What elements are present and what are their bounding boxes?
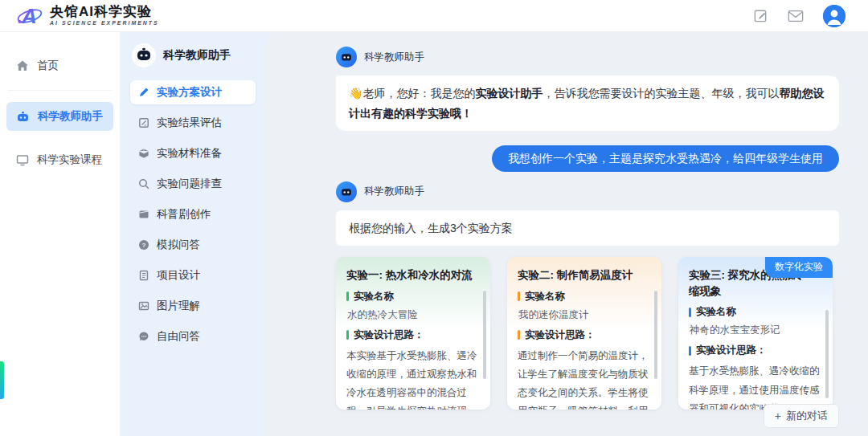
plan-card-3[interactable]: 数字化实验 实验三: 探究水的热胀冷缩现象 实验名称 神奇的水宝宝变形记 实验设… [678, 257, 833, 410]
plan-title: 实验二: 制作简易温度计 [518, 267, 651, 283]
menu-item-free-qa[interactable]: 自由问答 [130, 324, 256, 348]
menu-item-label: 实验问题排查 [157, 177, 222, 191]
plan-name: 神奇的水宝宝变形记 [690, 324, 822, 337]
search-icon [138, 178, 149, 189]
experiment-plan-cards: 实验一: 热水和冷水的对流 实验名称 水的热冷大冒险 实验设计思路： 本实验基于… [336, 257, 839, 410]
greeting-text: 老师，您好：我是您的 [362, 87, 475, 100]
user-message-bubble: 我想创作一个实验，主题是探究水受热遇冷，给四年级学生使用 [492, 145, 839, 172]
robot-icon [16, 111, 30, 123]
svg-text:A: A [21, 4, 37, 28]
card-scrollbar[interactable] [483, 291, 486, 379]
body-row: 首页 科学教师助手 [0, 32, 868, 436]
plan-name-label-row: 实验名称 [518, 290, 651, 304]
sidebar-item-label: 科学实验课程 [37, 153, 102, 167]
bot-message-header: 科学教师助手 [336, 47, 839, 67]
menu-item-simulated-qa[interactable]: ? 模拟问答 [130, 233, 256, 257]
home-icon [16, 59, 29, 72]
box-icon [138, 148, 149, 159]
plan-idea: 基于水受热膨胀、遇冷收缩的科学原理，通过使用温度传感器和可视化的实验装置，引导学… [689, 362, 822, 410]
plan-card-1[interactable]: 实验一: 热水和冷水的对流 实验名称 水的热冷大冒险 实验设计思路： 本实验基于… [336, 257, 490, 410]
bot-name: 科学教师助手 [364, 185, 424, 198]
mail-icon[interactable] [788, 8, 804, 24]
film-icon [138, 209, 149, 220]
edge-drawer-handle[interactable] [0, 361, 4, 399]
assistant-sidebar-title: 科学教师助手 [163, 48, 231, 63]
accent-bar [518, 291, 520, 301]
accent-bar [689, 346, 691, 356]
svg-text:?: ? [142, 242, 146, 249]
plan-name-label-row: 实验名称 [689, 305, 822, 319]
greeting-text: ，告诉我您需要设计的实验主题、年级，我可以 [542, 87, 779, 100]
menu-item-label: 实验方案设计 [157, 85, 222, 100]
card-scrollbar[interactable] [654, 291, 657, 379]
plan-idea: 本实验基于水受热膨胀、遇冷收缩的原理，通过观察热水和冷水在透明容器中的混合过程，… [346, 347, 480, 410]
user-message-row: 我想创作一个实验，主题是探究水受热遇冷，给四年级学生使用 [336, 145, 839, 172]
logo-mark-icon: A [16, 4, 43, 28]
plan-name: 水的热冷大冒险 [347, 308, 480, 322]
sidebar-item-teacher-assistant[interactable]: 科学教师助手 [6, 102, 113, 131]
accent-bar [346, 330, 349, 340]
menu-item-troubleshooting[interactable]: 实验问题排查 [130, 172, 256, 196]
new-chat-label: 新的对话 [786, 409, 828, 423]
sidebar-item-label: 科学教师助手 [38, 109, 103, 124]
menu-item-label: 项目设计 [157, 268, 200, 283]
app-title: 央馆AI科学实验 [50, 5, 159, 18]
plan-name-label: 实验名称 [354, 290, 394, 304]
bot-message-header: 科学教师助手 [336, 181, 839, 202]
bot-name: 科学教师助手 [364, 51, 424, 64]
bot-avatar [336, 181, 357, 202]
image-icon [138, 300, 149, 312]
user-avatar[interactable] [823, 5, 845, 27]
plan-idea-label: 实验设计思路： [525, 328, 596, 342]
course-icon [16, 154, 29, 166]
sidebar-item-courses[interactable]: 科学实验课程 [6, 145, 113, 174]
menu-item-project-design[interactable]: 项目设计 [130, 263, 256, 287]
sidebar-item-home[interactable]: 首页 [6, 51, 113, 80]
sidebar-divider [8, 90, 112, 91]
plan-card-2[interactable]: 实验二: 制作简易温度计 实验名称 我的迷你温度计 实验设计思路： 通过制作一个… [507, 257, 661, 410]
new-chat-button[interactable]: + 新的对话 [764, 404, 839, 428]
plan-name-label-row: 实验名称 [346, 290, 480, 304]
menu-item-label: 模拟问答 [157, 238, 200, 252]
compose-icon[interactable] [752, 8, 768, 24]
menu-item-result-evaluation[interactable]: 实验结果评估 [130, 111, 256, 135]
digital-experiment-badge: 数字化实验 [765, 257, 833, 278]
assistant-sidebar-header: 科学教师助手 [132, 43, 256, 67]
assistant-avatar [132, 43, 156, 67]
primary-sidebar: 首页 科学教师助手 [0, 32, 121, 436]
bot-avatar [336, 47, 357, 67]
header-actions [752, 5, 845, 27]
plan-idea-label: 实验设计思路： [354, 328, 424, 342]
menu-item-label: 科普剧创作 [157, 207, 211, 222]
menu-item-label: 图片理解 [157, 299, 200, 313]
menu-item-label: 实验结果评估 [157, 116, 222, 130]
menu-item-material-preparation[interactable]: 实验材料准备 [130, 141, 256, 165]
app-logo: A 央馆AI科学实验 AI SCIENCE EXPERIMENTS [16, 4, 159, 28]
question-icon: ? [138, 239, 149, 251]
accent-bar [518, 330, 520, 340]
plan-idea-label-row: 实验设计思路： [689, 344, 822, 357]
chat-panel: 科学教师助手 👋老师，您好：我是您的实验设计助手，告诉我您需要设计的实验主题、年… [265, 32, 868, 436]
card-scrollbar[interactable] [825, 310, 829, 398]
plan-idea: 通过制作一个简易的温度计，让学生了解温度变化与物质状态变化之间的关系。学生将使用… [518, 347, 651, 410]
bot-greeting-bubble: 👋老师，您好：我是您的实验设计助手，告诉我您需要设计的实验主题、年级，我可以帮助… [336, 75, 839, 131]
top-header: A 央馆AI科学实验 AI SCIENCE EXPERIMENTS [0, 0, 868, 32]
plan-name-label: 实验名称 [525, 290, 565, 304]
app-subtitle: AI SCIENCE EXPERIMENTS [50, 21, 159, 26]
wave-emoji: 👋 [349, 87, 362, 100]
plan-name: 我的迷你温度计 [518, 308, 651, 322]
plan-idea-label: 实验设计思路： [696, 344, 767, 357]
menu-item-label: 实验材料准备 [157, 146, 222, 161]
assistant-sidebar: 科学教师助手 实验方案设计 实验结果评估 [121, 32, 265, 436]
logo-text: 央馆AI科学实验 AI SCIENCE EXPERIMENTS [50, 5, 159, 26]
plan-title: 实验一: 热水和冷水的对流 [346, 267, 480, 283]
plus-icon: + [775, 410, 781, 422]
chat-icon [138, 331, 149, 342]
menu-item-experiment-design[interactable]: 实验方案设计 [130, 80, 256, 104]
accent-bar [346, 291, 349, 301]
menu-item-science-drama[interactable]: 科普剧创作 [130, 202, 256, 226]
project-icon [138, 270, 149, 281]
pen-icon [138, 87, 149, 98]
menu-item-image-understanding[interactable]: 图片理解 [130, 294, 256, 318]
plan-idea-label-row: 实验设计思路： [518, 328, 651, 342]
